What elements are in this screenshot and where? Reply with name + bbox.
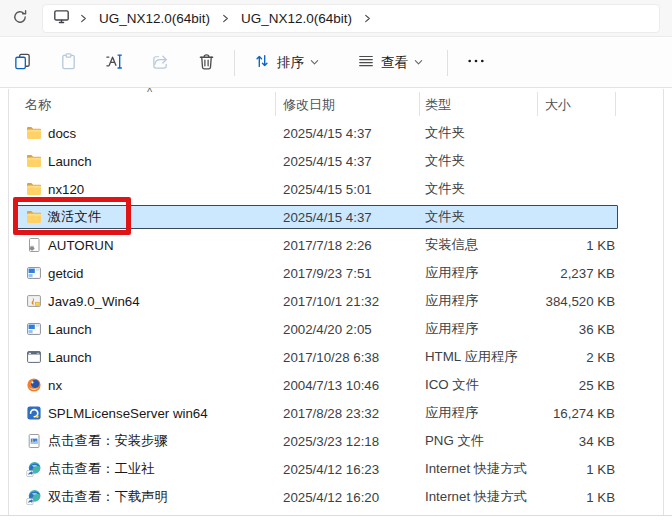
column-header-row: ^ 名称 修改日期 类型 大小 xyxy=(0,89,672,119)
view-button[interactable]: 查看 xyxy=(349,45,431,81)
file-type: 应用程序 xyxy=(425,315,478,343)
table-row[interactable]: nx 2004/7/13 10:46 ICO 文件 25 KB xyxy=(0,371,672,399)
file-name: nx xyxy=(48,371,62,399)
png-image-icon xyxy=(26,433,42,449)
file-date-modified: 2004/7/13 10:46 xyxy=(283,371,379,399)
table-row[interactable]: 双击查看：下载声明 2025/4/12 16:20 Internet 快捷方式 … xyxy=(0,483,672,511)
ellipsis-icon xyxy=(466,52,486,73)
breadcrumb-item[interactable]: UG_NX12.0(64bit) xyxy=(97,9,212,28)
refresh-button[interactable] xyxy=(0,0,40,36)
file-size: 34 KB xyxy=(537,427,615,455)
paste-icon xyxy=(59,52,78,74)
folder-icon xyxy=(26,181,42,197)
table-row[interactable]: 点击查看：工业社 2025/4/12 16:23 Internet 快捷方式 1… xyxy=(0,455,672,483)
file-type: ICO 文件 xyxy=(425,371,479,399)
folder-icon xyxy=(26,209,42,225)
address-bar[interactable]: UG_NX12.0(64bit) UG_NX12.0(64bit) xyxy=(42,4,660,33)
file-date-modified: 2017/8/28 23:32 xyxy=(283,399,379,427)
column-divider[interactable] xyxy=(615,92,616,116)
trash-icon xyxy=(197,52,216,74)
file-name: 双击查看：下载声明 xyxy=(48,483,168,511)
table-row[interactable]: Java9.0_Win64 2017/10/1 21:32 应用程序 384,5… xyxy=(0,287,672,315)
chevron-down-icon xyxy=(310,55,319,70)
file-date-modified: 2025/4/12 16:20 xyxy=(283,483,379,511)
file-type: 应用程序 xyxy=(425,287,478,315)
installer-icon xyxy=(26,405,42,421)
rename-icon xyxy=(104,52,124,74)
table-row[interactable]: Launch 2025/4/15 4:37 文件夹 xyxy=(0,147,672,175)
file-type: Internet 快捷方式 xyxy=(425,455,527,483)
file-date-modified: 2025/4/15 4:37 xyxy=(283,203,372,231)
file-date-modified: 2017/9/23 7:51 xyxy=(283,259,372,287)
copy-button[interactable] xyxy=(4,45,40,81)
column-header-type[interactable]: 类型 xyxy=(425,96,451,114)
file-date-modified: 2025/3/23 12:18 xyxy=(283,427,379,455)
file-type: PNG 文件 xyxy=(425,427,484,455)
file-type: 应用程序 xyxy=(425,259,478,287)
share-button[interactable] xyxy=(142,45,178,81)
breadcrumb-item[interactable]: UG_NX12.0(64bit) xyxy=(239,9,354,28)
table-row[interactable]: AUTORUN 2017/7/18 2:26 安装信息 1 KB xyxy=(0,231,672,259)
paste-button[interactable] xyxy=(50,45,86,81)
file-date-modified: 2025/4/15 4:37 xyxy=(283,119,372,147)
file-type: 应用程序 xyxy=(425,399,478,427)
table-row[interactable]: nx120 2025/4/15 5:01 文件夹 xyxy=(0,175,672,203)
table-row[interactable]: SPLMLicenseServer win64 2017/8/28 23:32 … xyxy=(0,399,672,427)
file-size xyxy=(537,147,615,175)
file-size xyxy=(537,203,615,231)
table-row[interactable]: 点击查看：安装步骤 2025/3/23 12:18 PNG 文件 34 KB xyxy=(0,427,672,455)
sort-button[interactable]: 排序 xyxy=(245,45,327,81)
file-rows: docs 2025/4/15 4:37 文件夹 Launch 2025/4/15… xyxy=(0,119,672,511)
application-icon xyxy=(26,265,42,281)
file-size: 384,520 KB xyxy=(537,287,615,315)
rename-button[interactable] xyxy=(96,45,132,81)
file-name: 激活文件 xyxy=(48,203,101,231)
share-icon xyxy=(151,52,170,74)
chevron-down-icon xyxy=(414,55,423,70)
file-date-modified: 2025/4/15 4:37 xyxy=(283,147,372,175)
copy-icon xyxy=(13,52,32,74)
file-name: 点击查看：工业社 xyxy=(48,455,154,483)
column-header-size[interactable]: 大小 xyxy=(545,96,571,114)
nx-logo-icon xyxy=(26,377,42,393)
table-row[interactable]: getcid 2017/9/23 7:51 应用程序 2,237 KB xyxy=(0,259,672,287)
navigation-bar: UG_NX12.0(64bit) UG_NX12.0(64bit) xyxy=(0,0,672,37)
toolbar-divider xyxy=(234,50,235,76)
file-size: 36 KB xyxy=(537,315,615,343)
setup-info-icon xyxy=(26,237,42,253)
table-row[interactable]: Launch 2002/4/20 2:05 应用程序 36 KB xyxy=(0,315,672,343)
delete-button[interactable] xyxy=(188,45,224,81)
column-divider[interactable] xyxy=(275,92,276,116)
table-row[interactable]: Launch 2017/10/28 6:38 HTML 应用程序 2 KB xyxy=(0,343,672,371)
file-type: Internet 快捷方式 xyxy=(425,483,527,511)
column-header-date-modified[interactable]: 修改日期 xyxy=(283,96,335,114)
file-name: Launch xyxy=(48,315,92,343)
file-name: nx120 xyxy=(48,175,84,203)
file-name: Launch xyxy=(48,147,92,175)
column-header-name[interactable]: 名称 xyxy=(25,96,51,114)
file-size xyxy=(537,175,615,203)
edge-shortcut-icon xyxy=(26,461,42,477)
file-size: 2 KB xyxy=(537,343,615,371)
table-row[interactable]: 激活文件 2025/4/15 4:37 文件夹 xyxy=(0,203,672,231)
column-divider[interactable] xyxy=(419,92,420,116)
file-size: 25 KB xyxy=(537,371,615,399)
file-name: AUTORUN xyxy=(48,231,114,259)
more-options-button[interactable] xyxy=(458,45,494,81)
file-explorer-window: UG_NX12.0(64bit) UG_NX12.0(64bit) xyxy=(0,0,672,520)
table-row[interactable]: docs 2025/4/15 4:37 文件夹 xyxy=(0,119,672,147)
file-size xyxy=(537,119,615,147)
chevron-right-icon xyxy=(79,14,88,23)
file-size: 1 KB xyxy=(537,483,615,511)
file-name: Java9.0_Win64 xyxy=(48,287,140,315)
file-type: 文件夹 xyxy=(425,175,465,203)
file-date-modified: 2025/4/15 5:01 xyxy=(283,175,372,203)
file-list-pane: ^ 名称 修改日期 类型 大小 docs 2025/4/15 4:37 文件夹 … xyxy=(0,89,672,520)
application-icon xyxy=(26,321,42,337)
file-date-modified: 2025/4/12 16:23 xyxy=(283,455,379,483)
column-divider[interactable] xyxy=(537,92,538,116)
file-date-modified: 2017/10/1 21:32 xyxy=(283,287,379,315)
java-installer-icon xyxy=(26,293,42,309)
statusbar-divider xyxy=(0,515,672,516)
sort-label: 排序 xyxy=(277,54,304,72)
